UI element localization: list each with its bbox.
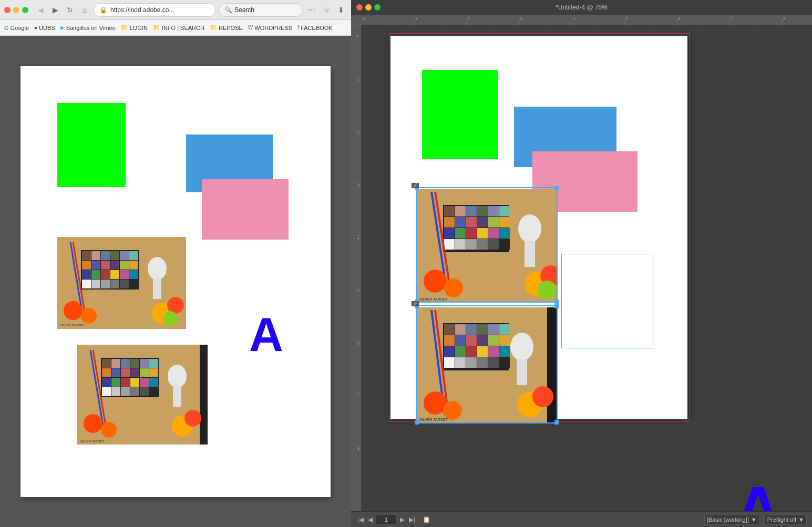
svg-rect-52 <box>111 378 120 387</box>
bookmark-repose[interactable]: 📁 REPOSE <box>210 24 243 31</box>
svg-rect-8 <box>82 261 91 270</box>
svg-rect-27 <box>153 278 161 299</box>
svg-rect-13 <box>129 261 138 270</box>
search-bar[interactable]: 🔍 Search <box>219 3 303 17</box>
ruler-corner <box>351 15 362 25</box>
svg-rect-44 <box>149 359 158 368</box>
svg-point-67 <box>84 414 102 433</box>
indesign-title: *Untitled-4 @ 75% <box>556 4 608 11</box>
svg-rect-61 <box>140 387 149 396</box>
svg-rect-55 <box>140 378 149 387</box>
id-maximize-button[interactable] <box>374 4 381 11</box>
selected-frame-1[interactable]: 🔗 <box>416 187 558 303</box>
home-button[interactable]: ⌂ <box>79 4 90 16</box>
svg-text:3: 3 <box>357 184 359 188</box>
svg-text:3: 3 <box>520 17 522 20</box>
svg-text:8: 8 <box>357 447 359 450</box>
svg-rect-21 <box>91 280 100 288</box>
lock-icon: 🔒 <box>99 6 107 14</box>
indesign-document-page[interactable]: 🔗 <box>390 36 687 419</box>
svg-rect-25 <box>129 280 138 288</box>
browser-window: ◀ ▶ ↻ ⌂ 🔒 https://indd.adobe.co... 🔍 Sea… <box>0 0 351 527</box>
extensions-button[interactable]: ⋯ <box>306 4 317 16</box>
handle-br-2[interactable] <box>554 420 559 425</box>
pink-rectangle-browser <box>202 179 289 240</box>
bookmark-info[interactable]: 📁 INFO | SEARCH <box>153 24 204 31</box>
svg-rect-60 <box>130 387 139 396</box>
id-minimize-button[interactable] <box>365 4 372 11</box>
maximize-button[interactable] <box>22 7 28 13</box>
next-page-button[interactable]: ▶ <box>399 516 406 523</box>
svg-rect-56 <box>149 378 158 387</box>
svg-rect-57 <box>102 387 111 396</box>
first-page-button[interactable]: |◀ <box>356 516 365 523</box>
handle-bl-2[interactable] <box>415 420 419 425</box>
svg-text:1: 1 <box>415 17 417 20</box>
page-number-input[interactable] <box>376 514 397 525</box>
bookmark-star[interactable]: ☆ <box>321 4 332 16</box>
svg-rect-50 <box>149 368 158 377</box>
handle-br[interactable] <box>554 299 559 304</box>
url-text: https://indd.adobe.co... <box>110 6 174 14</box>
bookmark-facebook[interactable]: f FACEBOOK <box>297 25 332 31</box>
preflight-status: Preflight off <box>767 516 796 523</box>
svg-rect-12 <box>120 261 129 270</box>
folder-icon: 📁 <box>121 24 128 31</box>
close-button[interactable] <box>4 7 11 13</box>
bookmark-vimeo[interactable]: ▶ Sangillos on Vimeo <box>60 25 116 31</box>
view-mode-text: [Basic [working]] <box>707 516 749 523</box>
forward-button[interactable]: ▶ <box>49 4 61 16</box>
handle-tr-2[interactable] <box>554 304 559 308</box>
bookmark-login[interactable]: 📁 LOGIN <box>121 24 148 31</box>
svg-rect-9 <box>91 261 100 270</box>
svg-rect-4 <box>101 251 110 260</box>
refresh-button[interactable]: ↻ <box>64 4 76 16</box>
minimize-button[interactable] <box>13 7 19 13</box>
svg-rect-59 <box>121 387 130 396</box>
address-bar[interactable]: 🔒 https://indd.adobe.co... <box>94 3 215 17</box>
page-navigation[interactable]: |◀ ◀ ▶ ▶| <box>356 514 416 525</box>
frame-link-icon-2: 🔗 <box>412 301 419 306</box>
green-rectangle-id[interactable] <box>422 70 498 159</box>
svg-point-30 <box>64 301 83 320</box>
canvas-area[interactable]: 🔗 <box>362 25 812 511</box>
preflight-dropdown[interactable]: Preflight off ▼ <box>765 514 807 525</box>
page-info-button[interactable]: 📋 <box>422 516 431 523</box>
svg-text:1: 1 <box>357 79 359 82</box>
bookmark-google[interactable]: G Google <box>4 25 29 31</box>
bottom-status-bar: |◀ ◀ ▶ ▶| 📋 [Basic [working]] ▼ Prefligh… <box>351 511 812 527</box>
text-frame-a[interactable]: A <box>561 254 653 348</box>
svg-point-70 <box>184 410 201 427</box>
svg-rect-22 <box>101 280 110 288</box>
download-button[interactable]: ⬇ <box>335 4 347 16</box>
svg-rect-11 <box>110 261 119 270</box>
svg-text:7: 7 <box>731 17 733 20</box>
svg-text:2: 2 <box>468 17 470 20</box>
letter-a-id: A <box>735 472 781 511</box>
handle-tr[interactable] <box>554 186 559 190</box>
last-page-button[interactable]: ▶| <box>408 516 416 523</box>
facebook-icon: f <box>297 25 299 30</box>
bookmark-udbs[interactable]: ● UDBS <box>34 25 55 31</box>
id-close-button[interactable] <box>356 4 363 11</box>
view-mode-dropdown[interactable]: [Basic [working]] ▼ <box>704 514 759 525</box>
svg-rect-37 <box>200 345 208 445</box>
svg-text:4: 4 <box>573 17 575 20</box>
search-icon: 🔍 <box>224 6 232 14</box>
svg-rect-17 <box>110 270 119 279</box>
svg-text:0: 0 <box>356 35 359 37</box>
folder-icon-2: 📁 <box>153 24 160 31</box>
back-button[interactable]: ◀ <box>35 4 46 16</box>
svg-rect-39 <box>102 359 111 368</box>
svg-text:6: 6 <box>678 17 680 20</box>
svg-rect-58 <box>111 387 120 396</box>
svg-text:8: 8 <box>783 17 785 20</box>
prev-page-button[interactable]: ◀ <box>367 516 374 523</box>
svg-text:2: 2 <box>357 131 359 135</box>
svg-rect-6 <box>120 251 129 260</box>
selected-frame-2[interactable]: 🔗 <box>416 305 558 423</box>
bookmark-wordpress[interactable]: W WORDPRESS <box>248 25 293 31</box>
ruler-horizontal: 0 1 2 3 4 5 6 7 8 <box>362 15 812 25</box>
svg-text:6: 6 <box>357 342 359 345</box>
browser-document-page: A <box>20 66 331 497</box>
